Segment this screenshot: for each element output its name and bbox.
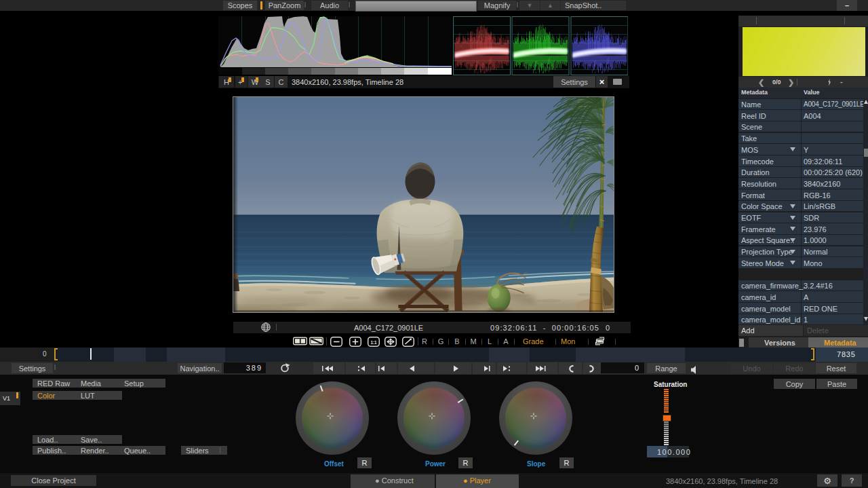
svg-text:Mon: Mon (561, 337, 575, 345)
svg-text:1:1: 1:1 (370, 340, 377, 345)
svg-text:M: M (470, 337, 476, 345)
svg-text:L: L (488, 337, 492, 345)
svg-text:G: G (438, 337, 444, 345)
svg-text:A: A (503, 337, 509, 345)
svg-text:B: B (454, 337, 459, 345)
svg-text:Grade: Grade (523, 337, 544, 345)
svg-text:R: R (422, 337, 427, 345)
